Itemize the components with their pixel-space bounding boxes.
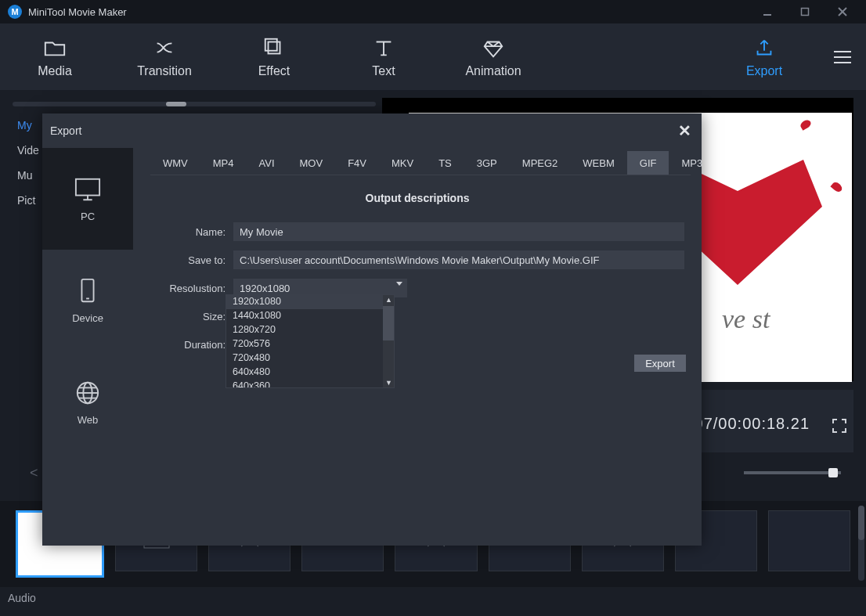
fmt-ts[interactable]: TS [426, 151, 464, 175]
svg-rect-4 [269, 41, 280, 53]
transition-icon [153, 36, 176, 59]
svg-rect-12 [76, 178, 99, 195]
fmt-mp3[interactable]: MP3 [669, 151, 715, 175]
timecode-display: .07/00:00:18.21 [689, 415, 810, 433]
effect-tab[interactable]: Effect [219, 23, 329, 90]
timeline-vscroll[interactable] [858, 506, 864, 581]
name-input[interactable]: My Movie [233, 222, 684, 241]
export-main: WMV MP4 AVI MOV F4V MKV TS 3GP MPEG2 WEB… [133, 148, 702, 546]
app-title: MiniTool Movie Maker [28, 6, 127, 18]
fmt-mov[interactable]: MOV [287, 151, 336, 175]
saveto-label: Save to: [150, 254, 233, 266]
export-dest-tabs: PC Device Web [42, 148, 133, 546]
zoom-slider-thumb[interactable] [828, 468, 838, 477]
export-dialog: Export ✕ PC Device Web WMV MP4 AVI MOV F… [42, 113, 702, 546]
resolution-option[interactable]: 1440x1080 [226, 309, 394, 323]
fmt-mpeg2[interactable]: MPEG2 [510, 151, 571, 175]
maximize-button[interactable] [789, 0, 821, 23]
effect-icon [262, 36, 286, 59]
sidebar-item-music[interactable]: Mu [17, 169, 39, 182]
animation-tab[interactable]: Animation [438, 23, 548, 90]
text-tab[interactable]: Text [329, 23, 438, 90]
duration-label: Duration: [150, 339, 233, 351]
media-tab[interactable]: Media [0, 23, 110, 90]
resolution-option[interactable]: 1920x1080 [226, 295, 394, 309]
fullscreen-button[interactable] [832, 418, 847, 434]
fmt-f4v[interactable]: F4V [335, 151, 379, 175]
fmt-gif[interactable]: GIF [627, 151, 669, 175]
output-descriptions-heading: Output descriptions [133, 192, 702, 204]
export-icon [752, 36, 776, 59]
diamond-icon [482, 36, 505, 59]
close-window-button[interactable] [827, 0, 858, 23]
hamburger-icon [832, 49, 853, 65]
svg-rect-5 [265, 38, 277, 50]
resolution-option[interactable]: 640x480 [226, 366, 394, 380]
text-icon [372, 36, 395, 59]
timeline-clip[interactable] [768, 510, 850, 571]
media-category-list: My Vide Mu Pict [17, 119, 39, 207]
transition-tab[interactable]: Transition [110, 23, 219, 90]
resolution-option[interactable]: 1280x720 [226, 323, 394, 337]
titlebar: M MiniTool Movie Maker [0, 0, 866, 23]
fmt-webm[interactable]: WEBM [570, 151, 626, 175]
resolution-dropdown[interactable]: 1920x1080 1440x1080 1280x720 720x576 720… [226, 294, 395, 388]
sidebar-item-video[interactable]: Vide [17, 144, 39, 157]
audio-track-label: Audio [8, 592, 36, 604]
dialog-title: Export [50, 124, 81, 137]
resolution-option[interactable]: 720x576 [226, 337, 394, 351]
sidebar-item-picture[interactable]: Pict [17, 194, 39, 207]
preview-caption: ve st [722, 304, 770, 334]
export-tab[interactable]: Export [709, 23, 819, 90]
dropdown-scrollbar[interactable]: ▲▼ [383, 295, 394, 387]
fullscreen-icon [832, 418, 847, 434]
fmt-3gp[interactable]: 3GP [464, 151, 510, 175]
petal-icon [830, 181, 843, 194]
fmt-wmv[interactable]: WMV [150, 151, 200, 175]
chevron-down-icon [396, 282, 402, 286]
petal-icon [799, 118, 812, 131]
resolution-option[interactable]: 640x360 [226, 380, 394, 388]
main-toolbar: Media Transition Effect Text Animation E… [0, 23, 866, 90]
size-label: Size: [150, 311, 233, 322]
fmt-mkv[interactable]: MKV [379, 151, 426, 175]
zoom-slider[interactable] [744, 471, 841, 474]
fmt-mp4[interactable]: MP4 [200, 151, 247, 175]
dialog-close-button[interactable]: ✕ [673, 120, 695, 142]
phone-icon [73, 278, 103, 304]
resolution-label: Resolustion: [150, 283, 233, 294]
fmt-avi[interactable]: AVI [247, 151, 287, 175]
format-tabs: WMV MP4 AVI MOV F4V MKV TS 3GP MPEG2 WEB… [150, 151, 691, 175]
sidebar-item-myalbum[interactable]: My [17, 119, 39, 131]
svg-rect-1 [802, 9, 809, 16]
dest-web[interactable]: Web [42, 351, 133, 453]
name-label: Name: [150, 226, 233, 238]
export-button[interactable]: Export [634, 355, 686, 372]
minimize-button[interactable] [752, 0, 783, 23]
dest-device[interactable]: Device [42, 250, 133, 351]
folder-icon [43, 36, 67, 59]
app-logo-icon: M [8, 5, 22, 19]
hamburger-menu-button[interactable] [819, 23, 866, 90]
saveto-input[interactable]: C:\Users\user account\Documents\Windows … [233, 250, 684, 269]
resolution-option[interactable]: 720x480 [226, 351, 394, 366]
monitor-icon [73, 176, 103, 203]
dest-pc[interactable]: PC [42, 148, 133, 250]
media-scrollbar[interactable] [13, 102, 376, 106]
globe-icon [73, 380, 103, 406]
